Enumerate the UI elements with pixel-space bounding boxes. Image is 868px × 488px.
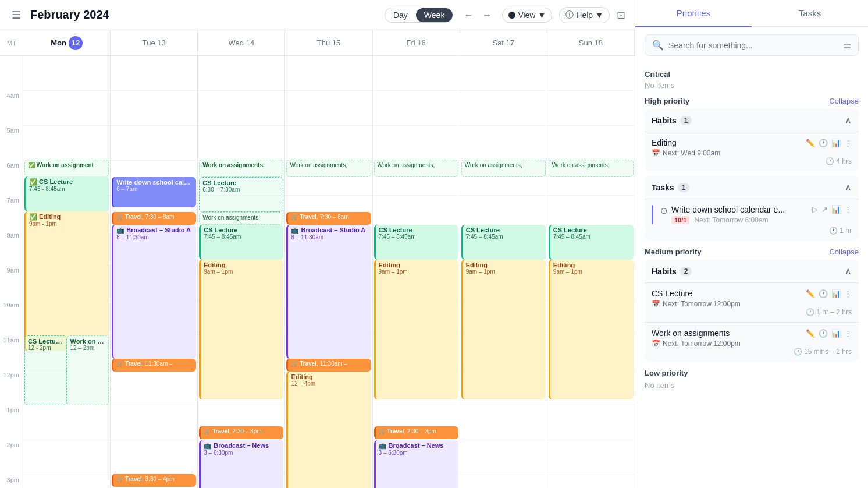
day-header-sat: Sat 17 xyxy=(460,30,547,55)
high-habits-section: Habits 1 ∧ Editing ✏️ 🕐 📊 ⋮ xyxy=(645,109,859,171)
day-col-thu: Work on assignments, 🛒 Travel, 7:30 – 8a… xyxy=(285,56,372,488)
event-cs-lecture-mon-pm[interactable]: CS Lectur… 12 - 2pm xyxy=(24,335,67,405)
tasks-count: 1 xyxy=(678,183,690,192)
right-panel: Priorities Tasks 🔍 ⚌ Critical No items H… xyxy=(635,0,868,488)
event-travel-thu-1130[interactable]: 🛒 Travel, 11:30am – xyxy=(286,359,371,372)
more2-icon[interactable]: ⋮ xyxy=(844,205,852,214)
day-view-button[interactable]: Day xyxy=(385,8,416,22)
edit-icon[interactable]: ✏️ xyxy=(806,139,815,147)
medium-priority-collapse[interactable]: Collapse xyxy=(829,247,859,256)
wa-cal-icon: 📅 xyxy=(652,340,660,348)
write-down-task-name: Write down school calendar e... xyxy=(671,205,785,214)
event-work-assign-thu-top[interactable]: Work on assignments, xyxy=(286,160,371,177)
event-write-down-tue[interactable]: Write down school calendar events 6 – 7a… xyxy=(112,177,196,207)
split-view-button[interactable]: ⊡ xyxy=(617,9,625,22)
event-editing-sat[interactable]: Editing 9am – 1pm xyxy=(461,260,546,399)
editing-habit: Editing ✏️ 🕐 📊 ⋮ 📅 Next: Wed 9:00am xyxy=(645,132,859,171)
wa-clock-icon[interactable]: 🕐 xyxy=(819,329,828,338)
arrow-icon[interactable]: ↗ xyxy=(821,205,828,214)
event-work-assign-sun-top[interactable]: Work on assignments, xyxy=(549,160,634,177)
event-work-assign-sat-top[interactable]: Work on assignments, xyxy=(461,160,546,177)
tab-tasks[interactable]: Tasks xyxy=(752,0,868,27)
event-travel-fri-230[interactable]: 🛒 Travel, 2:30 – 3pm xyxy=(374,426,458,439)
medium-habits-chevron[interactable]: ∧ xyxy=(845,266,852,277)
task-check-icon[interactable]: ⊙ xyxy=(660,206,668,216)
time-column: 4am 5am 6am 7am 8am 9am 10am 11am 12pm 1… xyxy=(0,56,23,488)
low-priority-label: Low priority xyxy=(645,369,688,377)
event-editing-wed[interactable]: Editing 9am – 1pm xyxy=(199,260,283,399)
event-work-assign-fri-top[interactable]: Work on assignments, xyxy=(374,160,458,177)
event-travel-tue-noon[interactable]: 🛒 Travel, 11:30am – xyxy=(112,359,196,372)
cs-chart-icon[interactable]: 📊 xyxy=(831,289,841,298)
high-priority-collapse[interactable]: Collapse xyxy=(829,97,859,105)
wa-more-icon[interactable]: ⋮ xyxy=(844,329,852,338)
chart-icon[interactable]: 📊 xyxy=(831,139,841,147)
editing-habit-next: Next: Wed 9:00am xyxy=(663,149,720,157)
event-cs-lecture-mon[interactable]: ✅ CS Lecture 7:45 - 8:45am xyxy=(24,176,109,211)
event-cs-lecture-fri[interactable]: CS Lecture 7:45 – 8:45am xyxy=(374,225,458,260)
search-input[interactable] xyxy=(668,41,838,50)
tasks-chevron[interactable]: ∧ xyxy=(845,182,852,193)
day-col-sat: Work on assignments, CS Lecture 7:45 – 8… xyxy=(460,56,547,488)
event-broadcast-tue[interactable]: 📺 Broadcast – Studio A 8 – 11:30am xyxy=(112,225,196,359)
search-bar: 🔍 ⚌ xyxy=(645,34,859,56)
event-broadcast-news-wed[interactable]: 📺 Broadcast – News 3 – 6:30pm xyxy=(199,440,283,488)
event-broadcast-thu[interactable]: 📺 Broadcast – Studio A 8 – 11:30am xyxy=(286,225,371,359)
habits-label: Habits xyxy=(652,116,677,125)
event-cs-lecture-sun[interactable]: CS Lecture 7:45 – 8:45am xyxy=(549,225,634,260)
event-work-assignment-mon-top[interactable]: ✅ Work on assignment xyxy=(24,160,109,177)
habits-count: 1 xyxy=(680,116,692,125)
write-down-task-icons: ▷ ↗ 📊 ⋮ xyxy=(812,205,852,214)
habits-chevron[interactable]: ∧ xyxy=(845,115,852,126)
day-col-fri: Work on assignments, CS Lecture 7:45 – 8… xyxy=(373,56,460,488)
cs-cal-icon: 📅 xyxy=(652,300,660,308)
event-editing-thu-pm[interactable]: Editing 12 – 4pm xyxy=(286,372,371,488)
wa-habit-next: Next: Tomorrow 12:00pm xyxy=(663,340,741,348)
event-work-assignments-mon-pm[interactable]: Work on assignm… 12 – 2pm xyxy=(67,335,109,405)
medium-habits-section: Habits 2 ∧ CS Lecture ✏️ 🕐 📊 ⋮ xyxy=(645,260,859,362)
event-travel-tue-330[interactable]: 🛒 Travel, 3:30 – 4pm xyxy=(112,474,196,487)
more-icon[interactable]: ⋮ xyxy=(844,139,852,147)
clock-icon[interactable]: 🕐 xyxy=(819,139,828,147)
chart2-icon[interactable]: 📊 xyxy=(831,205,841,214)
event-travel-thu-morning[interactable]: 🛒 Travel, 7:30 – 8am xyxy=(286,212,371,225)
event-editing-fri[interactable]: Editing 9am – 1pm xyxy=(374,260,458,399)
wa-edit-icon[interactable]: ✏️ xyxy=(806,329,815,338)
cs-habit-next: Next: Tomorrow 12:00pm xyxy=(663,300,741,308)
medium-priority-label: Medium priority xyxy=(645,247,702,256)
event-cs-lecture-wed[interactable]: CS Lecture 6:30 – 7:30am xyxy=(199,177,283,212)
day-col-wed: Work on assignments, CS Lecture 6:30 – 7… xyxy=(198,56,285,488)
editing-habit-icons: ✏️ 🕐 📊 ⋮ xyxy=(806,139,852,147)
critical-no-items: No items xyxy=(645,81,859,90)
day-headers: MT Mon 12 Tue 13 Wed 14 Thu 15 Fri 16 Sa… xyxy=(0,30,635,56)
day-col-sun: Work on assignments, CS Lecture 7:45 – 8… xyxy=(547,56,635,488)
cs-clock-icon[interactable]: 🕐 xyxy=(819,289,828,298)
event-travel-tue-morning[interactable]: 🛒 Travel, 7:30 – 8am xyxy=(112,212,196,225)
wa-habit-duration: 🕐 15 mins – 2 hrs xyxy=(794,348,852,356)
tab-priorities[interactable]: Priorities xyxy=(635,0,752,27)
event-editing-mon[interactable]: ✅ Editing 9am - 1pm xyxy=(24,211,109,351)
play-icon[interactable]: ▷ xyxy=(812,205,818,214)
view-button[interactable]: View ▼ xyxy=(502,8,552,23)
event-editing-sun[interactable]: Editing 9am – 1pm xyxy=(549,260,634,399)
event-travel-wed-230[interactable]: 🛒 Travel, 2:30 – 3pm xyxy=(199,426,283,439)
prev-arrow[interactable]: ← xyxy=(460,8,476,23)
next-arrow[interactable]: → xyxy=(479,8,495,23)
low-priority-section: Low priority No items xyxy=(635,369,868,390)
wa-chart-icon[interactable]: 📊 xyxy=(831,329,841,338)
critical-label: Critical xyxy=(645,70,859,79)
event-cs-lecture-sat[interactable]: CS Lecture 7:45 – 8:45am xyxy=(461,225,546,260)
event-broadcast-news-fri[interactable]: 📺 Broadcast – News 3 – 6:30pm xyxy=(374,440,458,488)
cs-more-icon[interactable]: ⋮ xyxy=(844,289,852,298)
sidebar-toggle[interactable]: ☰ xyxy=(9,6,23,24)
high-tasks-section: Tasks 1 ∧ ⊙ Write down school calendar e… xyxy=(645,176,859,241)
cs-lecture-habit-name: CS Lecture xyxy=(652,289,692,298)
cs-edit-icon[interactable]: ✏️ xyxy=(806,289,815,298)
week-view-button[interactable]: Week xyxy=(416,8,453,22)
event-cs-lecture-wed-845[interactable]: CS Lecture 7:45 – 8:45am xyxy=(199,225,283,260)
event-work-assign-wed-top[interactable]: Work on assignments, xyxy=(199,160,283,177)
filter-icon[interactable]: ⚌ xyxy=(843,40,851,51)
month-title: February 2024 xyxy=(30,8,378,22)
help-button[interactable]: ⓘ Help ▼ xyxy=(559,7,610,23)
event-work-assign-wed-2[interactable]: Work on assignments, xyxy=(199,212,283,225)
